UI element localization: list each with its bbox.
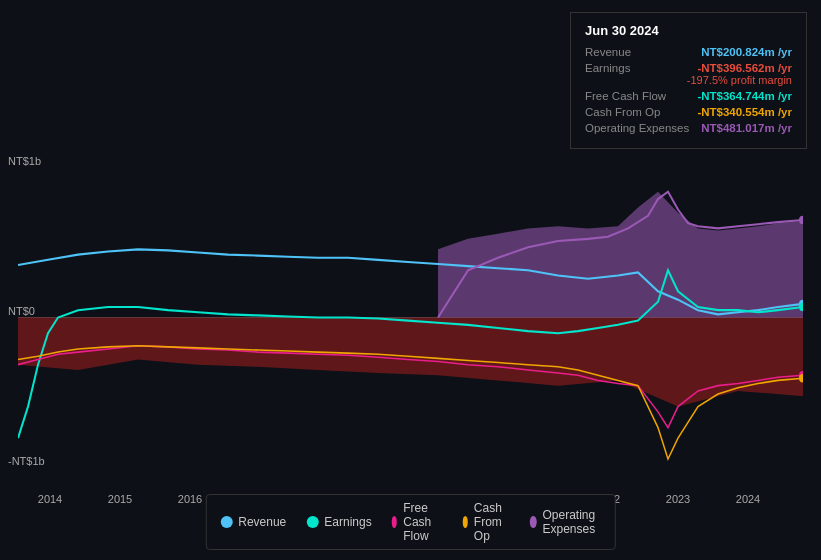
chart-container: Jun 30 2024 RevenueNT$200.824m /yrEarnin…: [0, 0, 821, 560]
legend-item[interactable]: Cash From Op: [462, 501, 510, 543]
legend-item[interactable]: Operating Expenses: [530, 508, 601, 536]
legend-color-dot: [220, 516, 232, 528]
legend-item[interactable]: Earnings: [306, 515, 371, 529]
tooltip-row: Cash From Op-NT$340.554m /yr: [585, 106, 792, 118]
legend-color-dot: [462, 516, 468, 528]
tooltip-row-label: Free Cash Flow: [585, 90, 666, 102]
legend-color-dot: [530, 516, 536, 528]
tooltip-row-label: Revenue: [585, 46, 631, 58]
tooltip-row: Operating ExpensesNT$481.017m /yr: [585, 122, 792, 134]
chart-svg: [18, 155, 803, 480]
legend-item[interactable]: Free Cash Flow: [392, 501, 443, 543]
legend-item[interactable]: Revenue: [220, 515, 286, 529]
tooltip-row: Earnings-NT$396.562m /yr-197.5% profit m…: [585, 62, 792, 86]
tooltip-row-label: Cash From Op: [585, 106, 660, 118]
tooltip-profit-margin: -197.5% profit margin: [687, 74, 792, 86]
tooltip-panel: Jun 30 2024 RevenueNT$200.824m /yrEarnin…: [570, 12, 807, 149]
legend: RevenueEarningsFree Cash FlowCash From O…: [205, 494, 616, 550]
x-label-2014: 2014: [38, 493, 62, 505]
legend-color-dot: [392, 516, 398, 528]
x-label-2023: 2023: [666, 493, 690, 505]
chart-area: [18, 155, 803, 480]
x-label-2024: 2024: [736, 493, 760, 505]
legend-item-label: Revenue: [238, 515, 286, 529]
tooltip-row-label: Operating Expenses: [585, 122, 689, 134]
x-label-2015: 2015: [108, 493, 132, 505]
tooltip-row-value: NT$200.824m /yr: [701, 46, 792, 58]
tooltip-row-value: -NT$364.744m /yr: [697, 90, 792, 102]
legend-item-label: Earnings: [324, 515, 371, 529]
legend-item-label: Cash From Op: [474, 501, 510, 543]
legend-color-dot: [306, 516, 318, 528]
x-label-2016: 2016: [178, 493, 202, 505]
op-exp-fill: [438, 192, 803, 318]
neg-fill: [18, 318, 803, 407]
tooltip-row-value: -NT$340.554m /yr: [697, 106, 792, 118]
tooltip-row: Free Cash Flow-NT$364.744m /yr: [585, 90, 792, 102]
tooltip-row-label: Earnings: [585, 62, 630, 86]
legend-item-label: Operating Expenses: [542, 508, 600, 536]
tooltip-title: Jun 30 2024: [585, 23, 792, 38]
tooltip-row-value: -NT$396.562m /yr: [697, 62, 792, 74]
tooltip-row: RevenueNT$200.824m /yr: [585, 46, 792, 58]
tooltip-row-value: NT$481.017m /yr: [701, 122, 792, 134]
legend-item-label: Free Cash Flow: [403, 501, 442, 543]
